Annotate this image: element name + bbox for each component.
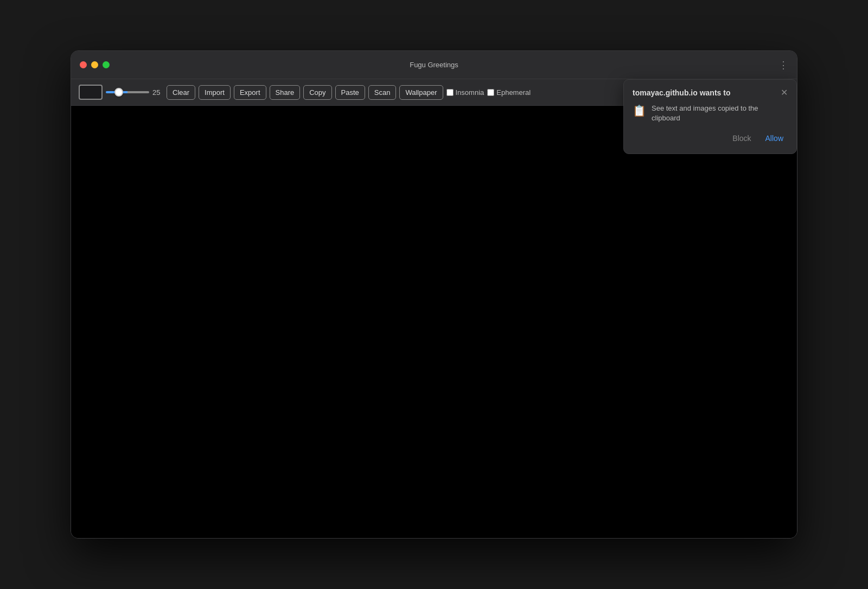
popup-description: See text and images copied to the clipbo… — [652, 104, 788, 123]
slider-container: 25 — [106, 88, 163, 97]
scan-button[interactable]: Scan — [368, 85, 397, 100]
window-title: Fugu Greetings — [410, 61, 458, 69]
maximize-button[interactable] — [103, 61, 110, 68]
insomnia-checkbox[interactable] — [446, 89, 454, 96]
export-button[interactable]: Export — [234, 85, 266, 100]
block-button[interactable]: Block — [728, 132, 755, 145]
insomnia-label: Insomnia — [456, 88, 484, 97]
popup-actions: Block Allow — [633, 132, 788, 145]
popup-content: 📋 See text and images copied to the clip… — [633, 104, 788, 123]
minimize-button[interactable] — [91, 61, 98, 68]
close-button[interactable] — [80, 61, 87, 68]
wallpaper-button[interactable]: Wallpaper — [399, 85, 443, 100]
clear-button[interactable]: Clear — [167, 85, 195, 100]
permission-popup: tomayac.github.io wants to ✕ 📋 See text … — [623, 79, 797, 154]
popup-origin: tomayac.github.io wants to — [633, 88, 730, 97]
insomnia-checkbox-label[interactable]: Insomnia — [446, 88, 484, 97]
ephemeral-checkbox[interactable] — [487, 89, 494, 96]
ephemeral-checkbox-label[interactable]: Ephemeral — [487, 88, 531, 97]
traffic-lights — [80, 61, 110, 68]
canvas-area[interactable] — [71, 106, 797, 538]
more-options-icon[interactable]: ⋮ — [778, 59, 788, 71]
color-swatch[interactable] — [79, 85, 103, 100]
titlebar: Fugu Greetings ⋮ — [71, 51, 797, 79]
import-button[interactable]: Import — [199, 85, 231, 100]
ephemeral-label: Ephemeral — [496, 88, 531, 97]
paste-button[interactable]: Paste — [335, 85, 365, 100]
app-window: Fugu Greetings ⋮ 25 Clear Import Export … — [71, 50, 797, 539]
allow-button[interactable]: Allow — [761, 132, 788, 145]
clipboard-icon: 📋 — [633, 104, 646, 117]
share-button[interactable]: Share — [270, 85, 301, 100]
popup-close-button[interactable]: ✕ — [781, 88, 788, 97]
slider-value: 25 — [152, 88, 163, 97]
popup-header: tomayac.github.io wants to ✕ — [633, 88, 788, 97]
copy-button[interactable]: Copy — [303, 85, 331, 100]
brush-size-slider[interactable] — [106, 91, 149, 93]
